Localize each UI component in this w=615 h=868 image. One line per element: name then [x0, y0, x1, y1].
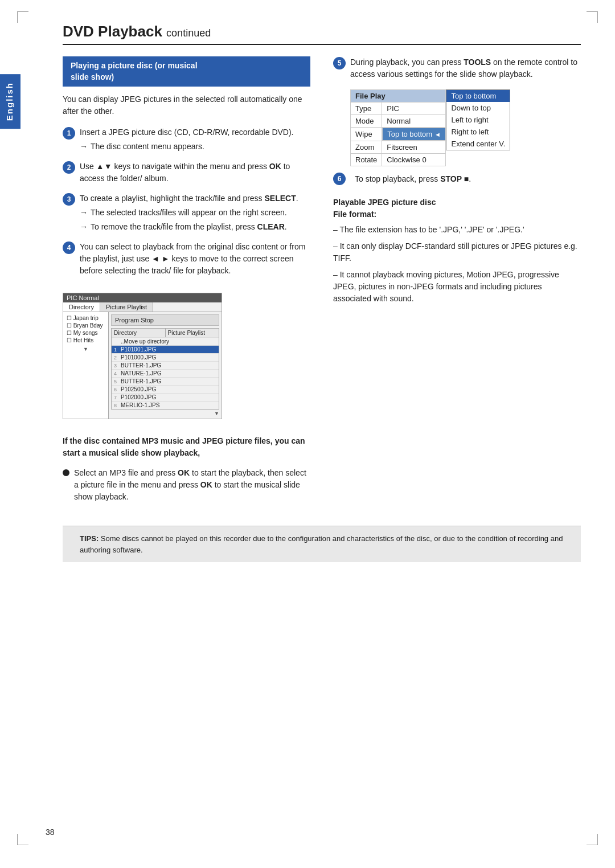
tips-label: TIPS: [80, 534, 99, 543]
tab-picture-playlist[interactable]: Picture Playlist [100, 302, 153, 312]
step-3-number: 3 [63, 193, 75, 206]
wipe-option-left-to-right[interactable]: Left to right [446, 114, 510, 126]
bullet-ok-step: Select an MP3 file and press OK to start… [63, 467, 310, 503]
pic-normal-screenshot: PIC Normal Directory Picture Playlist ☐ … [63, 293, 222, 419]
page-title: DVD Playback continued [63, 23, 581, 45]
left-column: Playing a picture disc (or musical slide… [63, 56, 310, 509]
step-2-number: 2 [63, 161, 75, 174]
step-3-arrow-2: → To remove the track/file from the play… [80, 221, 310, 233]
screenshot-title: PIC Normal [63, 293, 222, 302]
jpeg-section: Playable JPEG picture discFile format: –… [333, 196, 581, 305]
step-3-arrow-1: → The selected tracks/files will appear … [80, 207, 310, 219]
tips-text: Some discs cannot be played on this reco… [80, 534, 563, 554]
right-column: 5 During playback, you can press TOOLS o… [333, 56, 581, 509]
file-play-title: File Play [351, 90, 446, 103]
intro-text: You can display JPEG pictures in the sel… [63, 93, 310, 117]
jpeg-section-title: Playable JPEG picture discFile format: [333, 196, 581, 220]
step-1-number: 1 [63, 127, 75, 140]
subdir-table: Directory Picture Playlist ..Move up dir… [111, 328, 219, 410]
wipe-dropdown[interactable]: Top to bottom Down to top Left to right … [446, 89, 510, 150]
directory-panel: ☐ Japan trip ☐ Bryan Bday ☐ My songs ☐ H… [63, 312, 109, 419]
wipe-option-right-to-left[interactable]: Right to left [446, 126, 510, 138]
bullet-circle [63, 469, 69, 476]
wipe-option-down-to-top[interactable]: Down to top [446, 102, 510, 114]
table-row-rotate: Rotate Clockwise 0 [351, 154, 446, 166]
file-play-table-wrapper: File Play Type PIC Mode Normal Wipe Top … [350, 89, 581, 166]
step-5: 5 During playback, you can press TOOLS o… [333, 56, 581, 80]
step-4: 4 You can select to playback from the or… [63, 241, 310, 277]
program-stop: Program Stop [111, 314, 219, 326]
screenshot-body: ☐ Japan trip ☐ Bryan Bday ☐ My songs ☐ H… [63, 312, 222, 419]
step-6-number: 6 [333, 173, 346, 185]
screenshot-tabs: Directory Picture Playlist [63, 302, 222, 312]
step-2: 2 Use ▲▼ keys to navigate within the men… [63, 161, 310, 185]
jpeg-item-3: – It cannot playback moving pictures, Mo… [333, 269, 581, 305]
step-3: 3 To create a playlist, highlight the tr… [63, 193, 310, 233]
table-row-mode: Mode Normal [351, 115, 446, 128]
step-1: 1 Insert a JPEG picture disc (CD, CD-R/R… [63, 126, 310, 153]
table-row-zoom: Zoom Fitscreen [351, 141, 446, 154]
tips-box: TIPS: Some discs cannot be played on thi… [63, 526, 581, 562]
tab-directory[interactable]: Directory [63, 302, 100, 312]
steps-list: 1 Insert a JPEG picture disc (CD, CD-R/R… [63, 126, 310, 277]
step-4-number: 4 [63, 241, 75, 254]
wipe-option-top-to-bottom[interactable]: Top to bottom [446, 90, 510, 102]
jpeg-item-2: – It can only display DCF-standard still… [333, 240, 581, 264]
table-row-wipe: Wipe Top to bottom ◄ [351, 128, 446, 141]
mp3-jpeg-section: If the disc contained MP3 music and JPEG… [63, 435, 310, 459]
table-row-type: Type PIC [351, 103, 446, 115]
step-1-arrow: → The disc content menu appears. [80, 141, 310, 153]
file-play-table: File Play Type PIC Mode Normal Wipe Top … [350, 89, 446, 166]
page-number: 38 [46, 828, 55, 837]
step-5-number: 5 [333, 57, 346, 69]
step-6: 6 To stop playback, press STOP ■. [333, 172, 581, 185]
section-header-box: Playing a picture disc (or musical slide… [63, 56, 310, 87]
wipe-option-extend-center-v[interactable]: Extend center V. [446, 138, 510, 150]
jpeg-item-1: – The file extension has to be '.JPG,' '… [333, 224, 581, 236]
playlist-panel: Program Stop Directory Picture Playlist … [109, 312, 222, 419]
